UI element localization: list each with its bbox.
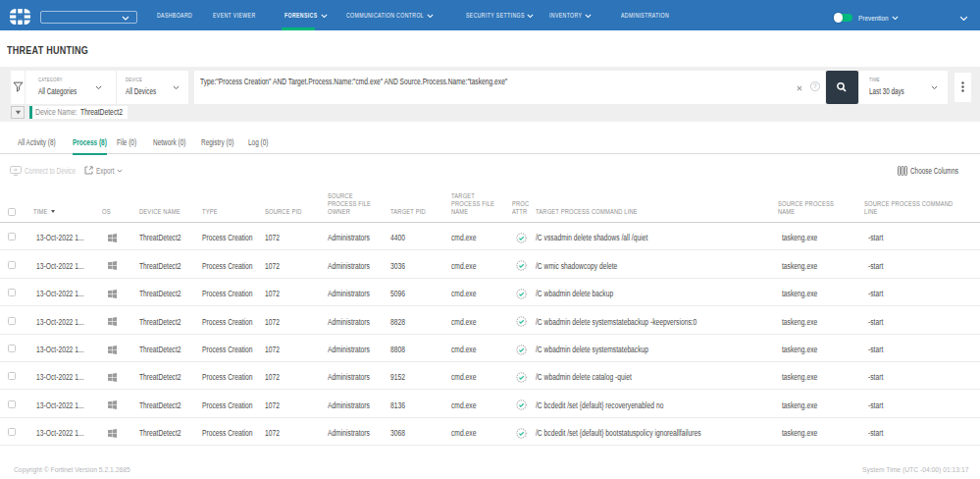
category-value: All Categories xyxy=(38,86,77,96)
process-attribute-check-icon[interactable] xyxy=(516,428,527,439)
filter-funnel-button[interactable] xyxy=(11,71,25,104)
process-attribute-check-icon[interactable] xyxy=(516,345,527,355)
row-checkbox[interactable] xyxy=(8,233,16,240)
cell-target-process-command-line: /C wbadmin delete systemstatebackup xyxy=(532,345,775,354)
row-select-cell xyxy=(0,345,29,354)
column-header-target-process-file-name[interactable]: TARGET PROCESS FILE NAME xyxy=(447,192,510,222)
row-checkbox[interactable] xyxy=(8,289,16,296)
system-time-text: System Time (UTC -04:00) 01:13:17 xyxy=(861,465,968,474)
column-header-source-process-file-owner[interactable]: SOURCE PROCESS FILE OWNER xyxy=(324,192,387,222)
export-button[interactable]: Export xyxy=(84,160,123,181)
process-attribute-check-icon[interactable] xyxy=(516,260,527,271)
process-attribute-check-icon[interactable] xyxy=(516,372,527,383)
nav-item[interactable]: DASHBOARD xyxy=(157,0,192,30)
cell-source-process-command-line: -start xyxy=(861,289,980,298)
cell-source-process-file-owner: Administrators xyxy=(324,233,387,242)
more-options-button[interactable] xyxy=(954,73,971,102)
time-range-dropdown[interactable]: TIME Last 30 days xyxy=(859,71,948,104)
nav-item[interactable]: SECURITY SETTINGS xyxy=(466,0,534,30)
query-help-icon[interactable]: ? xyxy=(810,81,820,91)
cell-os xyxy=(98,234,135,242)
cell-target-pid: 3068 xyxy=(387,428,447,438)
row-checkbox[interactable] xyxy=(8,428,16,436)
tab[interactable]: Process (8) xyxy=(73,131,107,154)
connect-to-device-button[interactable]: Connect to Device xyxy=(10,160,77,181)
category-dropdown[interactable]: CATEGORY All Categories xyxy=(26,71,116,104)
table-row[interactable]: 13-Oct-2022 1... ThreatDetect2 Process C… xyxy=(0,390,980,417)
table-row[interactable]: 13-Oct-2022 1... ThreatDetect2 Process C… xyxy=(0,418,980,446)
tab[interactable]: File (0) xyxy=(117,131,137,154)
windows-os-icon xyxy=(108,373,117,382)
tab[interactable]: All Activity (8) xyxy=(18,131,56,154)
row-checkbox[interactable] xyxy=(8,317,16,325)
prevention-toggle[interactable] xyxy=(834,14,852,22)
nav-item[interactable]: ADMINISTRATION xyxy=(621,0,670,30)
cell-proc-attr xyxy=(510,399,532,410)
select-all-cell xyxy=(0,208,29,222)
column-header-time[interactable]: TIME xyxy=(29,208,98,222)
cell-source-process-name: taskeng.exe xyxy=(775,400,861,410)
select-all-checkbox[interactable] xyxy=(8,208,16,216)
device-dropdown[interactable]: DEVICE All Devices xyxy=(117,71,188,104)
chevron-down-icon xyxy=(321,14,328,19)
query-input[interactable]: Type:"Process Creation" AND Target.Proce… xyxy=(194,71,825,104)
column-header-target-process-command-line[interactable]: TARGET PROCESS COMMAND LINE xyxy=(532,208,775,222)
cell-source-process-file-owner: Administrators xyxy=(324,345,387,354)
column-header-proc-attr[interactable]: PROC ATTR xyxy=(510,200,532,222)
cell-source-process-name: taskeng.exe xyxy=(775,345,861,354)
table-row[interactable]: 13-Oct-2022 1... ThreatDetect2 Process C… xyxy=(0,362,980,390)
row-select-cell xyxy=(0,400,29,410)
chevron-down-icon xyxy=(527,14,534,19)
cell-device-name: ThreatDetect2 xyxy=(135,428,198,438)
process-attribute-check-icon[interactable] xyxy=(516,289,527,299)
cell-os xyxy=(98,346,135,354)
device-name-filter-chip[interactable]: Device Name: ThreatDetect2 xyxy=(29,106,128,120)
cell-time: 13-Oct-2022 1... xyxy=(29,345,98,354)
nav-item[interactable]: COMMUNICATION CONTROL xyxy=(346,0,434,30)
nav-item[interactable]: INVENTORY xyxy=(549,0,592,30)
cell-time: 13-Oct-2022 1... xyxy=(29,400,98,410)
organization-select[interactable] xyxy=(40,11,137,24)
table-row[interactable]: 13-Oct-2022 1... ThreatDetect2 Process C… xyxy=(0,223,980,250)
cell-proc-attr xyxy=(510,233,532,243)
cell-source-pid: 1072 xyxy=(261,289,324,298)
table-row[interactable]: 13-Oct-2022 1... ThreatDetect2 Process C… xyxy=(0,335,980,362)
column-header-target-pid[interactable]: TARGET PID xyxy=(387,208,447,222)
row-checkbox[interactable] xyxy=(8,400,16,408)
sort-desc-icon xyxy=(51,210,55,213)
chevron-down-icon[interactable] xyxy=(892,16,899,21)
table-row[interactable]: 13-Oct-2022 1... ThreatDetect2 Process C… xyxy=(0,306,980,334)
row-checkbox[interactable] xyxy=(8,372,16,380)
cell-time: 13-Oct-2022 1... xyxy=(29,428,98,438)
choose-columns-button[interactable]: Choose Columns xyxy=(898,160,958,181)
cell-device-name: ThreatDetect2 xyxy=(135,372,198,382)
process-attribute-check-icon[interactable] xyxy=(516,399,527,410)
cell-device-name: ThreatDetect2 xyxy=(135,233,198,242)
search-button[interactable] xyxy=(826,71,858,104)
tab[interactable]: Registry (0) xyxy=(201,131,233,154)
tab[interactable]: Log (0) xyxy=(248,131,268,154)
nav-item[interactable]: EVENT VIEWER xyxy=(213,0,255,30)
device-label: DEVICE xyxy=(126,77,142,82)
column-header-source-process-command-line[interactable]: SOURCE PROCESS COMMAND LINE xyxy=(861,200,980,222)
table-row[interactable]: 13-Oct-2022 1... ThreatDetect2 Process C… xyxy=(0,279,980,306)
column-header-source-pid[interactable]: SOURCE PID xyxy=(261,208,324,222)
column-header-source-process-name[interactable]: SOURCE PROCESS NAME xyxy=(775,200,861,222)
table-row[interactable]: 13-Oct-2022 1... ThreatDetect2 Process C… xyxy=(0,250,980,278)
clear-query-icon[interactable] xyxy=(797,85,802,91)
user-menu-chevron-icon[interactable] xyxy=(959,16,968,22)
row-checkbox[interactable] xyxy=(8,345,16,352)
cell-source-process-name: taskeng.exe xyxy=(775,317,861,327)
windows-os-icon xyxy=(108,234,117,242)
column-header-os[interactable]: OS xyxy=(98,208,135,222)
cell-os xyxy=(98,373,135,382)
row-checkbox[interactable] xyxy=(8,261,16,269)
column-header-type[interactable]: TYPE xyxy=(198,208,261,222)
process-attribute-check-icon[interactable] xyxy=(516,233,527,243)
tab[interactable]: Network (0) xyxy=(153,131,185,154)
cell-source-pid: 1072 xyxy=(261,372,324,382)
process-attribute-check-icon[interactable] xyxy=(516,316,527,327)
nav-item[interactable]: FORENSICS xyxy=(284,0,328,30)
collapse-filters-button[interactable] xyxy=(11,106,25,119)
column-header-device-name[interactable]: DEVICE NAME xyxy=(135,208,198,222)
